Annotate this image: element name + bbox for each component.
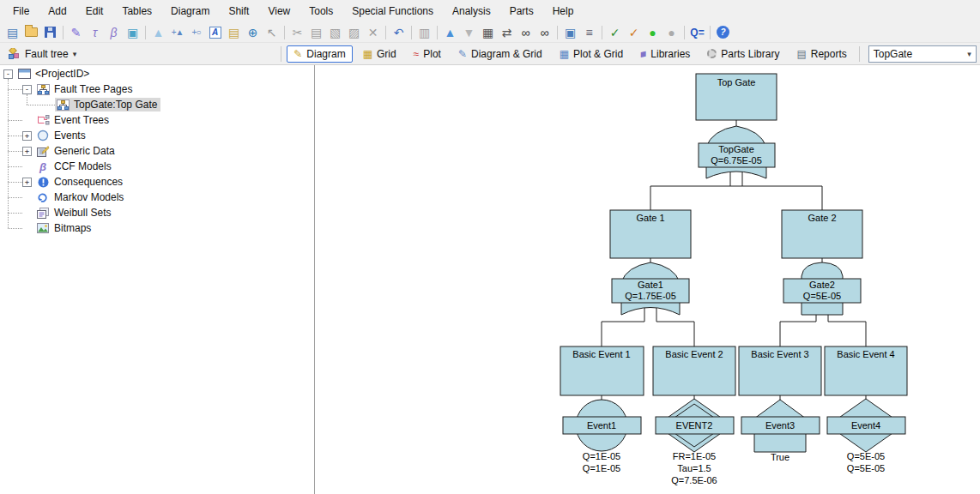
collapse-toggle[interactable]: - [22,85,32,94]
expand-toggle[interactable]: + [22,178,32,187]
top-gate-name: TopGate [718,144,754,154]
find-gate-icon[interactable]: ∞ [517,24,535,41]
menu-tables[interactable]: Tables [112,0,161,22]
menu-help[interactable]: Help [543,0,584,22]
event1-value-line: Q=1E-05 [583,463,620,473]
basic-event1-title: Basic Event 1 [572,349,630,359]
tree-guide-line [8,79,9,228]
top-gate-title: Top Gate [717,77,756,87]
sidebar-item-fault-tree-pages[interactable]: - Fault Tree Pages [22,81,314,97]
add-and-gate-icon[interactable]: +▲ [168,24,186,41]
menu-edit[interactable]: Edit [76,0,113,22]
tab-plot[interactable]: ≈ Plot [407,45,448,63]
paste-icon[interactable]: ▧ [326,24,344,41]
globe-link-icon[interactable]: ⊕ [244,24,262,41]
sidebar-item-event-trees[interactable]: Event Trees [22,112,314,128]
tab-label: Reports [811,48,847,60]
notes-icon[interactable]: ▤ [225,24,243,41]
tab-parts-library[interactable]: Parts Library [700,45,786,63]
tab-reports[interactable]: ▤ Reports [789,45,853,63]
open-folder-icon[interactable] [22,24,40,41]
q-equals-icon[interactable]: Q= [688,24,706,41]
tree-guide-line [8,213,22,214]
gate1-q-value: Q=1.75E-05 [625,291,676,301]
table-icon[interactable]: ▦ [479,24,497,41]
copy-pages-icon[interactable]: ▥ [415,24,433,41]
text-label-icon[interactable]: A [206,24,224,41]
sidebar-item-label: Consequences [54,176,123,188]
menu-file[interactable]: File [3,0,39,22]
beta-icon[interactable]: β [105,24,123,41]
status-green-icon[interactable]: ● [644,24,662,41]
menu-special-functions[interactable]: Special Functions [342,0,443,22]
gate1-name: Gate1 [638,280,663,290]
event-tree-icon [36,115,50,125]
tab-diagram[interactable]: ✎ Diagram [287,45,352,63]
view-tab-bar: Fault tree ▾ ✎ Diagram ▦ Grid ≈ Plot ✎ D… [0,43,980,65]
expand-toggle[interactable]: + [22,147,32,156]
sidebar-item-markov-models[interactable]: Markov Models [22,190,314,205]
basic-event4-title: Basic Event 4 [837,349,894,359]
sidebar-item-consequences[interactable]: + Consequences [22,174,314,190]
add-gate-icon[interactable]: ▲ [149,24,167,41]
edit-notebook-icon[interactable]: ✎ [67,24,85,41]
menu-parts[interactable]: Parts [500,0,543,22]
status-gray-icon[interactable]: ● [662,24,681,41]
tab-plot-and-grid[interactable]: ▦ Plot & Grid [553,45,630,63]
cut-icon[interactable]: ✂ [288,24,306,41]
gear-icon [707,49,717,58]
delete-icon[interactable]: ✕ [364,24,382,41]
sidebar-item-generic-data[interactable]: + Generic Data [22,143,314,159]
spellcheck-icon[interactable]: ✓ [606,24,624,41]
tab-diagram-and-grid[interactable]: ✎ Diagram & Grid [451,45,549,63]
tab-libraries[interactable]: ■ Libraries [633,45,697,63]
menu-diagram[interactable]: Diagram [161,0,219,22]
menu-add[interactable]: Add [39,0,76,22]
gate-selector-combo[interactable]: TopGate ▾ [868,45,977,63]
fit-width-icon[interactable]: ⇄ [498,24,516,41]
find-event-icon[interactable]: ∞ [535,24,554,41]
menu-shift[interactable]: Shift [219,0,258,22]
pointer-icon[interactable]: ↖ [263,24,281,41]
image-icon[interactable]: ▣ [124,24,142,41]
picture-icon [36,223,50,233]
sidebar-item-weibull-sets[interactable]: Weibull Sets [22,205,314,220]
sidebar-item-bitmaps[interactable]: Bitmaps [22,220,314,236]
exclamation-icon [36,177,50,188]
event4-value-line: Q=5E-05 [847,451,885,461]
expand-toggle[interactable]: + [22,131,32,141]
sidebar-item-project[interactable]: - <ProjectID> [3,66,314,81]
tab-label: Diagram & Grid [471,48,542,60]
help-icon[interactable]: ? [714,24,732,41]
event2-value-line: Tau=1.5 [677,463,711,473]
event4-value-line: Q=5E-05 [847,463,885,473]
workstation-icon[interactable]: ▣ [561,24,579,41]
copy-icon[interactable]: ▤ [307,24,325,41]
sidebar-item-topgate-page[interactable]: TopGate:Top Gate [41,97,314,112]
add-or-gate-icon[interactable]: +○ [187,24,205,41]
tab-label: Libraries [650,48,690,60]
menu-view[interactable]: View [258,0,299,22]
sidebar-item-events[interactable]: + Events [22,128,314,143]
project-window-icon [17,69,31,79]
move-up-icon[interactable]: ▲ [441,24,459,41]
fault-tree-selector[interactable]: Fault tree ▾ [0,48,83,60]
undo-icon[interactable]: ↶ [390,24,408,41]
menu-analysis[interactable]: Analysis [443,0,500,22]
new-icon[interactable]: ▤ [3,24,21,41]
tree-guide-line [8,197,22,198]
verify-icon[interactable]: ✓ [625,24,643,41]
menu-tools[interactable]: Tools [299,0,342,22]
paste-special-icon[interactable]: ▨ [345,24,363,41]
beta-icon: β [36,160,50,173]
fault-tree-page-icon [56,99,70,111]
sidebar-item-ccf-models[interactable]: β CCF Models [22,159,314,174]
tau-icon[interactable]: τ [86,24,104,41]
gate2-title: Gate 2 [808,213,836,223]
save-icon[interactable] [41,24,59,41]
tab-grid[interactable]: ▦ Grid [356,45,403,63]
move-down-icon[interactable]: ▼ [460,24,478,41]
options-icon[interactable]: ≡ [580,24,598,41]
collapse-toggle[interactable]: - [3,69,13,79]
selected-tree-item[interactable]: TopGate:Top Gate [55,98,160,111]
